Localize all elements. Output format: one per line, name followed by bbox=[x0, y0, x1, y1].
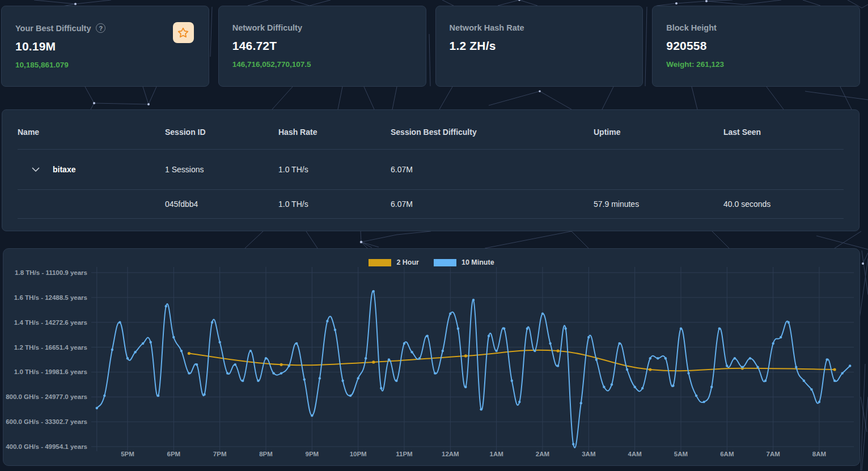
svg-text:8PM: 8PM bbox=[259, 451, 273, 457]
block-height-label: Block Height bbox=[666, 23, 717, 32]
worker-last-seen bbox=[723, 150, 844, 190]
legend-label-2hour: 2 Hour bbox=[396, 258, 419, 266]
expand-toggle-button[interactable] bbox=[32, 167, 40, 172]
session-last-seen: 40.0 seconds bbox=[723, 190, 844, 219]
workers-table: Name Session ID Hash Rate Session Best D… bbox=[18, 110, 844, 219]
card-network-hash-rate: Network Hash Rate 1.2 ZH/s bbox=[435, 6, 643, 87]
column-header-hash-rate: Hash Rate bbox=[278, 110, 391, 150]
svg-text:1.8 TH/s - 11100.9 years: 1.8 TH/s - 11100.9 years bbox=[15, 269, 87, 276]
worker-best-difficulty: 6.07M bbox=[391, 150, 594, 190]
legend-swatch-2hour bbox=[369, 259, 391, 266]
svg-text:11PM: 11PM bbox=[396, 451, 412, 457]
best-difficulty-label: Your Best Difficulty bbox=[15, 24, 91, 33]
network-difficulty-exact: 146,716,052,770,107.5 bbox=[232, 60, 412, 69]
network-hash-rate-value: 1.2 ZH/s bbox=[450, 39, 629, 53]
worker-row: bitaxe 1 Sessions 1.0 TH/s 6.07M bbox=[18, 150, 844, 190]
column-header-last-seen: Last Seen bbox=[723, 110, 844, 150]
workers-table-card: Name Session ID Hash Rate Session Best D… bbox=[2, 109, 859, 231]
column-header-session-id: Session ID bbox=[165, 110, 278, 150]
svg-text:7PM: 7PM bbox=[213, 451, 227, 457]
svg-text:1.2 TH/s - 16651.4 years: 1.2 TH/s - 16651.4 years bbox=[14, 344, 87, 351]
svg-text:800.0 GH/s - 24977.0 years: 800.0 GH/s - 24977.0 years bbox=[6, 393, 87, 400]
svg-text:1AM: 1AM bbox=[490, 451, 503, 457]
session-best-difficulty: 6.07M bbox=[391, 190, 594, 219]
stat-cards: Your Best Difficulty ? 10.19M 10,185,861… bbox=[1, 6, 860, 87]
svg-text:1.4 TH/s - 14272.6 years: 1.4 TH/s - 14272.6 years bbox=[14, 319, 87, 326]
chart-legend: 2 Hour 10 Minute bbox=[3, 258, 859, 266]
block-weight: Weight: 261,123 bbox=[666, 60, 846, 69]
svg-text:4AM: 4AM bbox=[628, 451, 642, 457]
column-header-session-best-difficulty: Session Best Difficulty bbox=[391, 110, 594, 150]
column-header-name: Name bbox=[18, 110, 165, 150]
svg-text:6AM: 6AM bbox=[720, 451, 734, 457]
help-icon[interactable]: ? bbox=[96, 23, 105, 33]
legend-swatch-10minute bbox=[434, 259, 456, 266]
hashrate-chart-card[interactable]: 2 Hour 10 Minute 1.8 TH/s - 11100.9 year… bbox=[3, 248, 860, 466]
table-header-row: Name Session ID Hash Rate Session Best D… bbox=[18, 110, 844, 150]
svg-text:6PM: 6PM bbox=[167, 451, 181, 457]
card-block-height: Block Height 920558 Weight: 261,123 bbox=[652, 6, 860, 87]
network-hash-rate-label: Network Hash Rate bbox=[450, 23, 524, 32]
svg-text:600.0 GH/s - 33302.7 years: 600.0 GH/s - 33302.7 years bbox=[6, 418, 87, 425]
legend-label-10minute: 10 Minute bbox=[461, 258, 494, 266]
svg-text:1.0 TH/s - 19981.6 years: 1.0 TH/s - 19981.6 years bbox=[14, 368, 87, 375]
favorite-button[interactable] bbox=[173, 22, 194, 43]
worker-hash-rate: 1.0 TH/s bbox=[278, 150, 391, 190]
svg-text:3AM: 3AM bbox=[582, 451, 595, 457]
column-header-uptime: Uptime bbox=[594, 110, 723, 150]
session-id: 045fdbb4 bbox=[165, 190, 278, 219]
session-uptime: 57.9 minutes bbox=[594, 190, 723, 219]
chevron-down-icon bbox=[32, 167, 40, 172]
svg-text:9PM: 9PM bbox=[306, 451, 319, 457]
worker-sessions: 1 Sessions bbox=[165, 150, 278, 190]
network-hash-rate-sub bbox=[450, 60, 629, 69]
worker-name: bitaxe bbox=[53, 165, 75, 174]
session-hash-rate: 1.0 TH/s bbox=[278, 190, 391, 219]
svg-text:10PM: 10PM bbox=[350, 451, 367, 457]
card-best-difficulty: Your Best Difficulty ? 10.19M 10,185,861… bbox=[1, 6, 209, 87]
best-difficulty-exact: 10,185,861.079 bbox=[15, 61, 195, 70]
network-difficulty-value: 146.72T bbox=[232, 39, 412, 53]
hashrate-plot[interactable]: 1.8 TH/s - 11100.9 years1.6 TH/s - 12488… bbox=[3, 249, 861, 466]
svg-text:5PM: 5PM bbox=[121, 451, 134, 457]
svg-text:1.6 TH/s - 12488.5 years: 1.6 TH/s - 12488.5 years bbox=[14, 294, 87, 301]
card-network-difficulty: Network Difficulty 146.72T 146,716,052,7… bbox=[218, 6, 426, 87]
svg-text:5AM: 5AM bbox=[674, 451, 688, 457]
svg-text:7AM: 7AM bbox=[767, 451, 780, 457]
network-difficulty-label: Network Difficulty bbox=[232, 23, 302, 32]
svg-text:12AM: 12AM bbox=[442, 451, 459, 457]
best-difficulty-value: 10.19M bbox=[15, 40, 195, 53]
star-icon bbox=[176, 26, 190, 40]
legend-item-2hour[interactable]: 2 Hour bbox=[369, 258, 419, 266]
session-row: 045fdbb4 1.0 TH/s 6.07M 57.9 minutes 40.… bbox=[18, 190, 844, 219]
svg-text:8AM: 8AM bbox=[812, 451, 826, 457]
legend-item-10minute[interactable]: 10 Minute bbox=[434, 258, 494, 266]
block-height-value: 920558 bbox=[666, 39, 846, 53]
svg-text:400.0 GH/s - 49954.1 years: 400.0 GH/s - 49954.1 years bbox=[6, 443, 87, 450]
svg-text:2AM: 2AM bbox=[536, 451, 549, 457]
worker-uptime bbox=[594, 150, 723, 190]
